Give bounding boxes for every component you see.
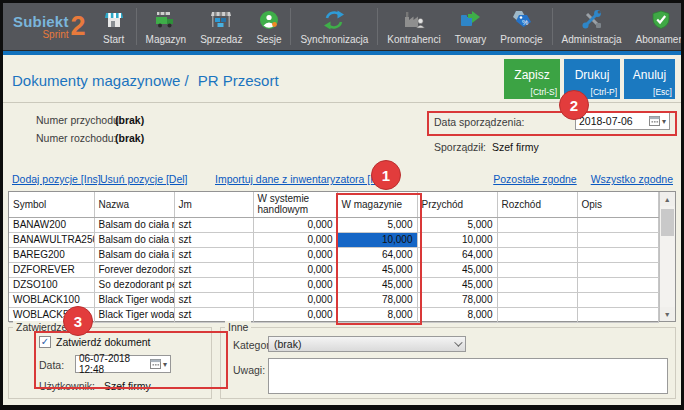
cell-nazwa[interactable]: Balsam do ciała inte...: [94, 247, 174, 262]
cell-rozchod[interactable]: [497, 277, 577, 292]
col-header-rozchod[interactable]: Rozchód: [497, 192, 577, 217]
cell-nazwa[interactable]: So dezodorant perf...: [94, 277, 174, 292]
cell-w-systemie[interactable]: 0,000: [253, 217, 337, 232]
cell-nazwa[interactable]: Balsam do ciała ultra...: [94, 232, 174, 247]
cell-opis[interactable]: [577, 262, 658, 277]
cell-w-systemie[interactable]: 0,000: [253, 247, 337, 262]
toolbar-item-kontrahenci[interactable]: Kontrahenci: [380, 3, 447, 50]
cell-przychod[interactable]: 45,000: [417, 262, 497, 277]
col-header-w-systemie[interactable]: W systemie handlowym: [253, 192, 337, 217]
cell-opis[interactable]: [577, 247, 658, 262]
cell-w-systemie[interactable]: 0,000: [253, 232, 337, 247]
cell-w-systemie[interactable]: 0,000: [253, 262, 337, 277]
toolbar-item-sprzedaz[interactable]: Sprzedaż: [193, 3, 249, 50]
toolbar-item-start[interactable]: Start: [94, 3, 134, 50]
cell-rozchod[interactable]: [497, 232, 577, 247]
chevron-down-icon[interactable]: ▾: [163, 360, 167, 369]
vertical-scrollbar[interactable]: ▲ ▼: [659, 192, 676, 321]
calendar-icon[interactable]: [649, 115, 660, 128]
col-header-nazwa[interactable]: Nazwa: [94, 192, 174, 217]
cell-jm[interactable]: szt: [174, 247, 253, 262]
table-row[interactable]: DZFOREVER Forever dezodorant... szt 0,00…: [9, 262, 658, 277]
cell-opis[interactable]: [577, 292, 658, 307]
cell-jm[interactable]: szt: [174, 292, 253, 307]
cell-nazwa[interactable]: Black Tiger woda to...: [94, 307, 174, 322]
table-row[interactable]: WOBLACK100 Black Tiger woda to... szt 0,…: [9, 292, 658, 307]
cell-w-magazynie[interactable]: 10,000: [337, 232, 417, 247]
uwagi-textarea[interactable]: [268, 358, 668, 394]
toolbar-item-administracja[interactable]: Administracja: [555, 3, 629, 50]
cell-rozchod[interactable]: [497, 262, 577, 277]
col-header-w-magazynie[interactable]: W magazynie: [337, 192, 417, 217]
col-header-opis[interactable]: Opis: [577, 192, 658, 217]
cell-jm[interactable]: szt: [174, 277, 253, 292]
toolbar-item-promocje[interactable]: % Promocje: [493, 3, 549, 50]
scrollbar-thumb[interactable]: [661, 209, 675, 236]
toolbar-item-sesje[interactable]: Sesje: [249, 3, 288, 50]
zapisz-button[interactable]: Zapisz [Ctrl-S]: [504, 59, 560, 99]
cell-rozchod[interactable]: [497, 247, 577, 262]
cell-w-magazynie[interactable]: 8,000: [337, 307, 417, 322]
cell-symbol[interactable]: BANAWULTRA250: [9, 232, 94, 247]
toolbar-item-towary[interactable]: Towary: [448, 3, 494, 50]
col-header-przychod[interactable]: Przychód: [417, 192, 497, 217]
scroll-up-icon[interactable]: ▲: [660, 192, 676, 206]
cell-jm[interactable]: szt: [174, 232, 253, 247]
cell-opis[interactable]: [577, 277, 658, 292]
cell-jm[interactable]: szt: [174, 217, 253, 232]
cell-przychod[interactable]: 45,000: [417, 277, 497, 292]
wszystko-zgodne-link[interactable]: Wszystko zgodne: [591, 173, 673, 185]
cell-przychod[interactable]: 64,000: [417, 247, 497, 262]
table-row[interactable]: WOBLACK50 Black Tiger woda to... szt 0,0…: [9, 307, 658, 322]
drukuj-button[interactable]: Drukuj [Ctrl-P]: [564, 59, 620, 99]
cell-rozchod[interactable]: [497, 307, 577, 322]
cell-w-systemie[interactable]: 0,000: [253, 307, 337, 322]
cell-przychod[interactable]: 8,000: [417, 307, 497, 322]
cell-opis[interactable]: [577, 307, 658, 322]
cell-przychod[interactable]: 5,000: [417, 217, 497, 232]
cell-w-systemie[interactable]: 0,000: [253, 277, 337, 292]
table-row[interactable]: BANAW200 Balsam do ciała nawi... szt 0,0…: [9, 217, 658, 232]
table-row[interactable]: DZSO100 So dezodorant perf... szt 0,000 …: [9, 277, 658, 292]
cell-jm[interactable]: szt: [174, 262, 253, 277]
kategoria-select[interactable]: (brak): [268, 336, 466, 352]
cell-symbol[interactable]: WOBLACK50: [9, 307, 94, 322]
scroll-down-icon[interactable]: ▼: [660, 307, 676, 321]
data-sporzadzenia-field[interactable]: 2018-07-06 ▾: [575, 112, 670, 130]
cell-w-magazynie[interactable]: 78,000: [337, 292, 417, 307]
zatwierdz-dokument-checkbox[interactable]: ✓: [39, 336, 51, 348]
cell-nazwa[interactable]: Black Tiger woda to...: [94, 292, 174, 307]
col-header-jm[interactable]: Jm: [174, 192, 253, 217]
dodaj-pozycje-link[interactable]: Dodaj pozycje [Ins]: [12, 173, 101, 185]
cell-rozchod[interactable]: [497, 217, 577, 232]
cell-symbol[interactable]: BAREG200: [9, 247, 94, 262]
cell-symbol[interactable]: BANAW200: [9, 217, 94, 232]
toolbar-item-magazyn[interactable]: Magazyn: [139, 3, 194, 50]
table-row[interactable]: BANAWULTRA250 Balsam do ciała ultra... s…: [9, 232, 658, 247]
cell-przychod[interactable]: 78,000: [417, 292, 497, 307]
cell-rozchod[interactable]: [497, 292, 577, 307]
cell-opis[interactable]: [577, 232, 658, 247]
calendar-icon[interactable]: [150, 358, 161, 371]
cell-nazwa[interactable]: Balsam do ciała nawi...: [94, 217, 174, 232]
pozostale-zgodne-link[interactable]: Pozostałe zgodne: [493, 173, 576, 185]
zatwierdzenie-data-field[interactable]: 06-07-2018 12:48 ▾: [75, 355, 171, 373]
importuj-dane-link[interactable]: Importuj dane z inwentaryzatora [F9]: [215, 173, 385, 185]
cell-symbol[interactable]: DZFOREVER: [9, 262, 94, 277]
cell-w-systemie[interactable]: 0,000: [253, 292, 337, 307]
cell-symbol[interactable]: WOBLACK100: [9, 292, 94, 307]
cell-w-magazynie[interactable]: 5,000: [337, 217, 417, 232]
cell-w-magazynie[interactable]: 45,000: [337, 277, 417, 292]
cell-jm[interactable]: szt: [174, 307, 253, 322]
cell-w-magazynie[interactable]: 64,000: [337, 247, 417, 262]
cell-symbol[interactable]: DZSO100: [9, 277, 94, 292]
cell-przychod[interactable]: 10,000: [417, 232, 497, 247]
usun-pozycje-link[interactable]: Usuń pozycje [Del]: [100, 173, 188, 185]
toolbar-item-synchronizacja[interactable]: Synchronizacja: [293, 3, 375, 50]
toolbar-item-abonament[interactable]: Abonament: [629, 3, 684, 50]
anuluj-button[interactable]: Anuluj [Esc]: [624, 59, 675, 99]
cell-nazwa[interactable]: Forever dezodorant...: [94, 262, 174, 277]
chevron-down-icon[interactable]: ▾: [662, 117, 666, 126]
col-header-symbol[interactable]: Symbol: [9, 192, 94, 217]
cell-opis[interactable]: [577, 217, 658, 232]
